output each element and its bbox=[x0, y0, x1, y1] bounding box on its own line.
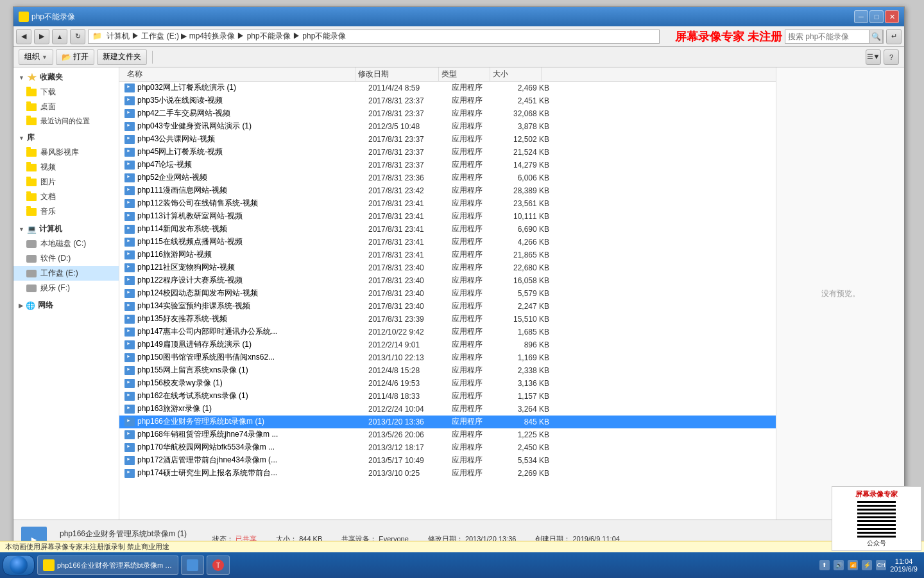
search-button[interactable]: 🔍 bbox=[869, 30, 883, 44]
table-row[interactable]: php163旅游xr录像 (1)2012/2/24 10:04应用程序3,264… bbox=[119, 403, 776, 416]
sidebar-item-f[interactable]: 娱乐 (F:) bbox=[13, 281, 119, 295]
table-row[interactable]: php147惠丰公司内部即时通讯办公系统...2012/10/22 9:42应用… bbox=[119, 326, 776, 338]
refresh-button[interactable]: ↻ bbox=[70, 29, 85, 44]
network-icon: 🌐 bbox=[26, 301, 35, 310]
col-header-name[interactable]: 名称 bbox=[124, 67, 355, 81]
sidebar-item-c[interactable]: 本地磁盘 (C:) bbox=[13, 236, 119, 251]
sidebar-item-baofeng[interactable]: 暴风影视库 bbox=[13, 145, 119, 160]
file-icon bbox=[124, 238, 135, 247]
tray-icon-1[interactable]: ⬆ bbox=[819, 560, 830, 570]
sidebar-item-video[interactable]: 视频 bbox=[13, 160, 119, 175]
sidebar-item-download[interactable]: 下载 bbox=[13, 85, 119, 100]
file-type: 应用程序 bbox=[452, 223, 503, 234]
table-row[interactable]: php043专业健身资讯网站演示 (1)2012/3/5 10:48应用程序3,… bbox=[119, 120, 776, 133]
minimize-button[interactable]: ─ bbox=[854, 10, 868, 23]
computer-icon: 💻 bbox=[27, 225, 37, 234]
sidebar-item-desktop[interactable]: 桌面 bbox=[13, 100, 119, 114]
table-row[interactable]: php172酒店管理带前台jhne434录像m (...2013/5/17 10… bbox=[119, 454, 776, 467]
music-label: 音乐 bbox=[40, 206, 56, 217]
table-row[interactable]: php113计算机教研室网站-视频2017/8/31 23:41应用程序10,1… bbox=[119, 210, 776, 223]
table-row[interactable]: php170华航校园网网站bfk5534录像m ...2013/3/12 18:… bbox=[119, 441, 776, 454]
sidebar-item-recent[interactable]: 最近访问的位置 bbox=[13, 114, 119, 128]
file-icon bbox=[124, 83, 135, 92]
forward-button[interactable]: ▶ bbox=[34, 29, 49, 44]
tray-icon-2[interactable]: 🔊 bbox=[834, 560, 844, 570]
address-path[interactable]: 📁 计算机 ▶ 工作盘 (E:) ▶ mp4转换录像 ▶ php不能录像 ▶ p… bbox=[88, 30, 660, 44]
table-row[interactable]: php42二手车交易网站-视频2017/8/31 23:37应用程序32,068… bbox=[119, 107, 776, 120]
file-icon bbox=[124, 263, 135, 272]
sidebar-header-computer[interactable]: ▼ 💻 计算机 bbox=[13, 222, 119, 236]
desktop-folder-icon bbox=[26, 103, 37, 111]
file-date: 2017/8/31 23:37 bbox=[368, 161, 452, 170]
table-row[interactable]: php032网上订餐系统演示 (1)2011/4/24 8:59应用程序2,46… bbox=[119, 82, 776, 94]
file-list[interactable]: php032网上订餐系统演示 (1)2011/4/24 8:59应用程序2,46… bbox=[119, 82, 776, 520]
file-type: 应用程序 bbox=[452, 365, 503, 376]
table-row[interactable]: php43公共课网站-视频2017/8/31 23:37应用程序12,502 K… bbox=[119, 133, 776, 146]
sidebar-header-library[interactable]: ▼ 库 bbox=[13, 130, 119, 145]
tray-icon-5[interactable]: CH bbox=[876, 560, 886, 570]
table-row[interactable]: php116旅游网站-视频2017/8/31 23:41应用程序21,865 K… bbox=[119, 249, 776, 261]
col-header-date[interactable]: 修改日期 bbox=[355, 67, 439, 81]
new-folder-button[interactable]: 新建文件夹 bbox=[97, 49, 147, 65]
organize-arrow-icon: ▼ bbox=[42, 54, 47, 60]
search-go-button[interactable]: ↵ bbox=[886, 29, 902, 44]
search-input[interactable] bbox=[785, 30, 869, 43]
table-row[interactable]: php114新闻发布系统-视频2017/8/31 23:41应用程序6,690 … bbox=[119, 223, 776, 236]
file-date: 2012/2/14 9:01 bbox=[368, 340, 452, 349]
sidebar-item-images[interactable]: 图片 bbox=[13, 175, 119, 189]
new-folder-label: 新建文件夹 bbox=[103, 51, 141, 62]
table-row[interactable]: php121社区宠物狗网站-视频2017/8/31 23:40应用程序22,68… bbox=[119, 261, 776, 274]
file-name: php168年销租赁管理系统jhne74录像m ... bbox=[137, 429, 368, 440]
close-button[interactable]: ✕ bbox=[885, 10, 899, 23]
file-name: php113计算机教研室网站-视频 bbox=[137, 211, 368, 222]
tray-icon-4[interactable]: ⚡ bbox=[862, 560, 872, 570]
sidebar-item-e[interactable]: 工作盘 (E:) bbox=[13, 266, 119, 281]
table-row[interactable]: php166企业财务管理系统bt录像m (1)2013/1/20 13:36应用… bbox=[119, 416, 776, 428]
table-row[interactable]: php35小说在线阅读-视频2017/8/31 23:37应用程序2,451 K… bbox=[119, 94, 776, 107]
tray-icon-3[interactable]: 📶 bbox=[848, 560, 858, 570]
up-button[interactable]: ▲ bbox=[52, 29, 67, 44]
view-controls: ☰▼ ? bbox=[866, 49, 899, 65]
maximize-button[interactable]: □ bbox=[869, 10, 884, 23]
sidebar-item-d[interactable]: 软件 (D:) bbox=[13, 251, 119, 266]
file-icon bbox=[124, 340, 135, 349]
sidebar-item-music[interactable]: 音乐 bbox=[13, 204, 119, 219]
start-button[interactable] bbox=[3, 555, 35, 575]
file-date: 2013/5/26 20:06 bbox=[368, 430, 452, 439]
table-row[interactable]: php155网上留言系统xns录像 (1)2012/4/8 15:28应用程序2… bbox=[119, 364, 776, 377]
table-row[interactable]: php149扁顶凰进销存系统演示 (1)2012/2/14 9:01应用程序89… bbox=[119, 338, 776, 351]
sidebar-header-favorites[interactable]: ▼ 收藏夹 bbox=[13, 70, 119, 85]
file-type: 应用程序 bbox=[452, 429, 503, 440]
col-header-size[interactable]: 大小 bbox=[490, 67, 542, 81]
taskbar-item3[interactable]: T bbox=[207, 556, 230, 575]
table-row[interactable]: php168年销租赁管理系统jhne74录像m ...2013/5/26 20:… bbox=[119, 428, 776, 441]
taskbar-explorer-item[interactable]: php166企业财务管理系统bt录像m (1) bbox=[37, 556, 178, 575]
sidebar-item-docs[interactable]: 文档 bbox=[13, 189, 119, 204]
table-row[interactable]: php52企业网站-视频2017/8/31 23:36应用程序6,006 KB bbox=[119, 171, 776, 184]
back-button[interactable]: ◀ bbox=[16, 29, 31, 44]
table-row[interactable]: php162在线考试系统xns录像 (1)2011/4/8 18:33应用程序1… bbox=[119, 390, 776, 403]
col-header-type[interactable]: 类型 bbox=[439, 67, 490, 81]
table-row[interactable]: php112装饰公司在线销售系统-视频2017/8/31 23:41应用程序23… bbox=[119, 197, 776, 210]
table-row[interactable]: php174硕士研究生网上报名系统带前台...2013/3/10 0:25应用程… bbox=[119, 467, 776, 480]
file-size: 1,169 KB bbox=[503, 353, 554, 362]
table-row[interactable]: php45网上订餐系统-视频2017/8/31 23:37应用程序21,524 … bbox=[119, 146, 776, 159]
table-row[interactable]: php47论坛-视频2017/8/31 23:37应用程序14,279 KB bbox=[119, 159, 776, 171]
table-row[interactable]: php150图书馆管理系统图书借阅xns62...2013/1/10 22:13… bbox=[119, 351, 776, 364]
file-icon bbox=[124, 135, 135, 144]
table-row[interactable]: php115在线视频点播网站-视频2017/8/31 23:41应用程序4,26… bbox=[119, 236, 776, 249]
sidebar-header-network[interactable]: ▶ 🌐 网络 bbox=[13, 298, 119, 313]
taskbar-item2[interactable] bbox=[181, 556, 204, 575]
help-button[interactable]: ? bbox=[884, 49, 899, 65]
table-row[interactable]: php122程序设计大赛系统-视频2017/8/31 23:40应用程序16,0… bbox=[119, 274, 776, 287]
table-row[interactable]: php156校友录wy录像 (1)2012/4/6 19:53应用程序3,136… bbox=[119, 377, 776, 390]
table-row[interactable]: php135好友推荐系统-视频2017/8/31 23:39应用程序15,510… bbox=[119, 313, 776, 326]
notification-text: 本动画使用屏幕录像专家未注册版录制 禁止商业用途 bbox=[5, 542, 169, 552]
open-button[interactable]: 📂 打开 bbox=[56, 49, 94, 65]
table-row[interactable]: php134实验室预约排课系统-视频2017/8/31 23:40应用程序2,2… bbox=[119, 300, 776, 313]
view-button[interactable]: ☰▼ bbox=[866, 49, 881, 65]
table-row[interactable]: php111漫画信息网站-视频2017/8/31 23:42应用程序28,389… bbox=[119, 184, 776, 197]
baofeng-label: 暴风影视库 bbox=[40, 147, 79, 158]
organize-button[interactable]: 组织 ▼ bbox=[19, 49, 53, 65]
table-row[interactable]: php124校园动态新闻发布网站-视频2017/8/31 23:40应用程序5,… bbox=[119, 287, 776, 300]
